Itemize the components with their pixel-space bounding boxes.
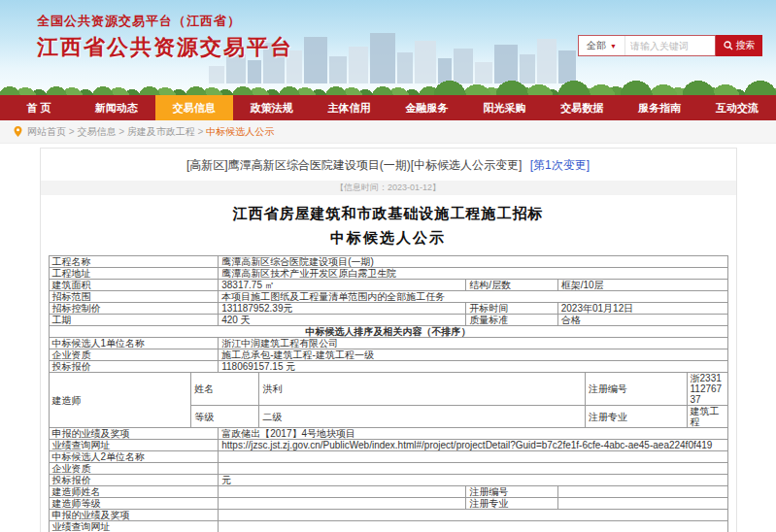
site-search: 全部 ▼ 搜索 bbox=[578, 35, 762, 56]
project-name: 鹰潭高新区综合医院建设项目(一期) bbox=[219, 256, 727, 268]
building bbox=[304, 37, 327, 83]
table-label-cell: 开标时间 bbox=[466, 303, 557, 315]
search-input[interactable] bbox=[625, 36, 715, 55]
quality-standard: 合格 bbox=[557, 315, 727, 326]
candidate1-achievement: 富政储出【2017】4号地块项目 bbox=[219, 428, 727, 440]
site-banner: 全国公共资源交易平台（江西省） 江西省公共资源交易平台 全部 ▼ bbox=[0, 0, 776, 95]
table-row: 中标候选人排序及相关内容（不排序） bbox=[49, 326, 727, 338]
candidate2-bid-price: 元 bbox=[219, 475, 727, 486]
table-label-cell: 结构/层数 bbox=[466, 280, 557, 291]
nav-item-interact[interactable]: 互动交流 bbox=[698, 95, 776, 120]
table-label-cell: 投标报价 bbox=[49, 475, 219, 486]
article-title-text: [高新区]鹰潭高新区综合医院建设项目(一期)[中标候选人公示变更] bbox=[186, 158, 522, 172]
candidate2-company bbox=[219, 451, 727, 463]
bid-scope: 本项目施工图纸及工程量清单范围内的全部施工任务 bbox=[219, 291, 727, 303]
table-label-cell: 姓名 bbox=[191, 373, 259, 406]
breadcrumb-separator: > bbox=[66, 126, 77, 137]
nav-item-home[interactable]: 首 页 bbox=[0, 95, 78, 120]
candidate1-company: 浙江中润建筑工程有限公司 bbox=[219, 338, 727, 349]
builder1-level: 二级 bbox=[259, 406, 586, 428]
table-label-cell: 企业资质 bbox=[49, 463, 219, 475]
chevron-down-icon: ▼ bbox=[610, 43, 617, 50]
announcement-table: 工程名称鹰潭高新区综合医院建设项目(一期)工程地址鹰潭高新区技术产业开发区原白露… bbox=[49, 255, 728, 532]
bid-open-date: 2023年01月12日 bbox=[557, 303, 727, 315]
table-label-cell: 业绩查询网址 bbox=[49, 521, 219, 532]
announcement-table-body: 工程名称鹰潭高新区综合医院建设项目(一期)工程地址鹰潭高新区技术产业开发区原白露… bbox=[49, 256, 727, 532]
table-row: 工程地址鹰潭高新区技术产业开发区原白露卫生院 bbox=[49, 268, 727, 280]
builder1-major: 建筑工程 bbox=[687, 406, 727, 428]
table-row: 招标范围本项目施工图纸及工程量清单范围内的全部施工任务 bbox=[49, 291, 727, 303]
document-heading-2: 中标候选人公示 bbox=[41, 229, 736, 248]
breadcrumb-item[interactable]: 交易信息 bbox=[77, 126, 116, 137]
search-category-dropdown[interactable]: 全部 ▼ bbox=[579, 36, 625, 55]
building-area: 38317.75 ㎡ bbox=[219, 280, 466, 291]
breadcrumb-item[interactable]: 中标候选人公示 bbox=[206, 126, 274, 137]
table-row: 中标候选人2单位名称 bbox=[49, 451, 727, 463]
nav-item-news[interactable]: 新闻动态 bbox=[78, 95, 155, 120]
breadcrumb-item[interactable]: 房建及市政工程 bbox=[127, 126, 195, 137]
table-row: 投标报价118069157.15 元 bbox=[49, 361, 727, 373]
table-label-cell: 注册编号 bbox=[466, 486, 557, 498]
table-label-cell: 质量标准 bbox=[466, 315, 557, 326]
nav-item-policy[interactable]: 政策法规 bbox=[233, 95, 311, 120]
table-value-cell bbox=[219, 521, 727, 532]
breadcrumb-separator: > bbox=[116, 126, 126, 137]
table-row: 建造师姓名注册编号 bbox=[49, 486, 727, 498]
table-label-cell: 业绩查询网址 bbox=[49, 440, 219, 451]
nav-item-trade-data[interactable]: 交易数据 bbox=[543, 95, 621, 120]
breadcrumb-item[interactable]: 网站首页 bbox=[27, 126, 66, 137]
candidate1-bid-price: 118069157.15 元 bbox=[219, 361, 727, 373]
site-title: 江西省公共资源交易平台 bbox=[37, 33, 293, 62]
search-button[interactable]: 搜索 bbox=[716, 35, 762, 56]
project-address: 鹰潭高新区技术产业开发区原白露卫生院 bbox=[219, 268, 727, 280]
table-row: 中标候选人1单位名称浙江中润建筑工程有限公司 bbox=[49, 338, 727, 349]
table-label-cell: 申报的业绩及奖项 bbox=[49, 510, 219, 521]
table-label-cell: 注册专业 bbox=[466, 498, 557, 510]
table-label-cell: 建造师等级 bbox=[49, 498, 219, 510]
table-label-cell: 招标控制价 bbox=[49, 303, 219, 315]
table-label-cell: 中标候选人2单位名称 bbox=[49, 451, 219, 463]
table-row: 申报的业绩及奖项 bbox=[49, 510, 727, 521]
table-label-cell: 中标候选人1单位名称 bbox=[49, 338, 219, 349]
table-value-cell bbox=[219, 510, 727, 521]
table-row: 建造师等级注册专业 bbox=[49, 498, 727, 510]
search-box: 全部 ▼ bbox=[578, 35, 716, 56]
table-value-cell bbox=[557, 486, 727, 498]
builder1-name: 洪利 bbox=[259, 373, 586, 406]
table-row: 投标报价元 bbox=[49, 475, 727, 486]
table-label-cell: 工程名称 bbox=[49, 256, 219, 268]
table-row: 建筑面积38317.75 ㎡结构/层数框架/10层 bbox=[49, 280, 727, 291]
location-pin-icon bbox=[14, 126, 22, 137]
nav-item-finance[interactable]: 金融服务 bbox=[388, 95, 466, 120]
table-label-cell: 招标范围 bbox=[49, 291, 219, 303]
table-label-cell: 注册专业 bbox=[585, 406, 687, 428]
main-nav: 首 页新闻动态交易信息政策法规主体信用金融服务阳光采购交易数据服务指南互动交流 bbox=[0, 95, 776, 120]
table-label-cell: 注册编号 bbox=[585, 373, 687, 406]
info-time-bar: 【信息时间：2023-01-12】 bbox=[41, 181, 736, 195]
candidate1-achievement-url: https://jzsc.jst.zj.gov.cn/PublicWeb/ind… bbox=[219, 440, 727, 451]
table-label-cell: 企业资质 bbox=[49, 349, 219, 361]
document-heading-1: 江西省房屋建筑和市政基础设施工程施工招标 bbox=[41, 205, 736, 223]
site-super-title: 全国公共资源交易平台（江西省） bbox=[37, 13, 293, 30]
table-value-cell bbox=[219, 463, 727, 475]
article-title: [高新区]鹰潭高新区综合医院建设项目(一期)[中标候选人公示变更] [第1次变更… bbox=[41, 149, 736, 174]
structure-floors: 框架/10层 bbox=[557, 280, 727, 291]
nav-item-credit[interactable]: 主体信用 bbox=[311, 95, 388, 120]
nav-item-sunshine[interactable]: 阳光采购 bbox=[465, 95, 543, 120]
info-time: 【信息时间：2023-01-12】 bbox=[335, 183, 441, 192]
breadcrumb-separator: > bbox=[195, 126, 206, 137]
nav-item-guide[interactable]: 服务指南 bbox=[621, 95, 698, 120]
nav-item-trade-info[interactable]: 交易信息 bbox=[155, 95, 233, 120]
table-label-cell: 等级 bbox=[191, 406, 259, 428]
table-label-cell: 工期 bbox=[49, 315, 219, 326]
table-label-cell: 投标报价 bbox=[49, 361, 219, 373]
table-value-cell bbox=[219, 486, 466, 498]
table-row: 建造师姓名洪利注册编号浙233111276737 bbox=[49, 373, 727, 406]
table-label-cell: 建筑面积 bbox=[49, 280, 219, 291]
candidates-section-header: 中标候选人排序及相关内容（不排序） bbox=[49, 326, 727, 338]
change-version-link[interactable]: [第1次变更] bbox=[530, 158, 590, 172]
table-label-cell: 申报的业绩及奖项 bbox=[49, 428, 219, 440]
table-value-cell bbox=[219, 498, 466, 510]
table-row: 企业资质施工总承包-建筑工程-建筑工程一级 bbox=[49, 349, 727, 361]
table-row: 业绩查询网址https://jzsc.jst.zj.gov.cn/PublicW… bbox=[49, 440, 727, 451]
